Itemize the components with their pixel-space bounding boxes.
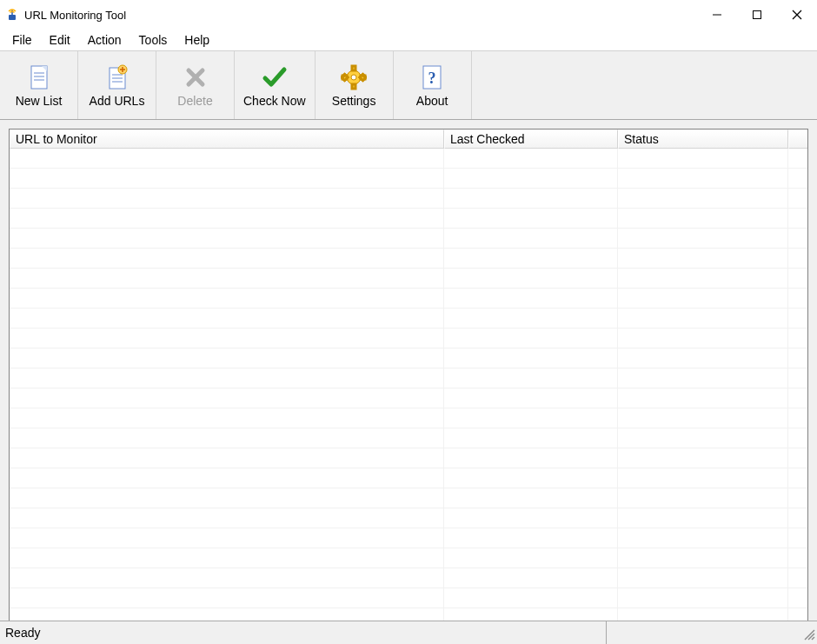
svg-rect-3 [754, 11, 761, 19]
menubar: File Edit Action Tools Help [0, 30, 817, 50]
titlebar: URL Monitoring Tool [0, 0, 817, 30]
add-urls-label: Add URLs [90, 94, 145, 108]
table-row [10, 428, 807, 448]
url-list-view[interactable]: URL to Monitor Last Checked Status [9, 129, 808, 623]
menu-edit[interactable]: Edit [41, 30, 79, 50]
minimize-button[interactable] [697, 0, 737, 30]
content-area: URL to Monitor Last Checked Status [0, 120, 817, 623]
settings-icon [341, 63, 367, 92]
svg-rect-0 [9, 15, 16, 20]
menu-help[interactable]: Help [176, 30, 218, 50]
table-row [10, 368, 807, 388]
close-button[interactable] [777, 0, 817, 30]
list-header: URL to Monitor Last Checked Status [10, 129, 807, 149]
check-now-label: Check Now [243, 94, 306, 108]
table-row [10, 408, 807, 428]
delete-icon [183, 63, 208, 92]
column-header-url[interactable]: URL to Monitor [10, 129, 444, 149]
new-list-label: New List [16, 94, 63, 108]
table-row [10, 568, 807, 588]
status-right-pane [607, 621, 817, 644]
table-row [10, 249, 807, 269]
toolbar: New List Add URLs [0, 50, 817, 120]
table-row [10, 468, 807, 488]
menu-file[interactable]: File [3, 30, 41, 50]
add-urls-button[interactable]: Add URLs [78, 51, 156, 119]
table-row [10, 329, 807, 349]
add-urls-icon [105, 63, 130, 92]
svg-rect-6 [31, 66, 47, 89]
table-row [10, 309, 807, 329]
table-row [10, 189, 807, 209]
table-row [10, 149, 807, 169]
svg-point-21 [351, 75, 356, 80]
menu-tools[interactable]: Tools [130, 30, 176, 50]
column-header-rest [788, 129, 807, 149]
table-row [10, 508, 807, 528]
settings-button[interactable]: Settings [316, 51, 394, 119]
maximize-button[interactable] [737, 0, 777, 30]
table-row [10, 488, 807, 508]
about-icon: ? [421, 63, 443, 92]
table-row [10, 269, 807, 289]
status-text: Ready [0, 621, 607, 644]
window-title: URL Monitoring Tool [24, 9, 126, 22]
table-row [10, 588, 807, 608]
svg-rect-22 [352, 66, 355, 70]
size-grip[interactable] [800, 625, 815, 641]
window-controls [697, 0, 817, 30]
app-icon [5, 8, 19, 22]
table-row [10, 349, 807, 368]
delete-label: Delete [177, 94, 212, 108]
svg-text:?: ? [428, 70, 436, 87]
column-header-last[interactable]: Last Checked [444, 129, 618, 149]
about-label: About [416, 94, 448, 108]
table-row [10, 209, 807, 229]
new-list-icon [27, 63, 51, 92]
list-body[interactable] [10, 149, 807, 622]
column-header-status[interactable]: Status [618, 129, 788, 149]
table-row [10, 169, 807, 189]
table-row [10, 448, 807, 468]
svg-rect-29 [342, 75, 348, 80]
delete-button: Delete [156, 51, 235, 119]
svg-line-34 [812, 637, 814, 640]
table-row [10, 548, 807, 568]
check-now-button[interactable]: Check Now [235, 51, 316, 119]
svg-rect-23 [352, 84, 355, 89]
table-row [10, 289, 807, 309]
about-button[interactable]: ? About [394, 51, 472, 119]
svg-rect-28 [360, 75, 365, 80]
new-list-button[interactable]: New List [0, 51, 78, 119]
table-row [10, 528, 807, 548]
statusbar: Ready [0, 621, 817, 644]
menu-action[interactable]: Action [79, 30, 130, 50]
table-row [10, 388, 807, 408]
settings-label: Settings [332, 94, 376, 108]
table-row [10, 229, 807, 249]
check-now-icon [262, 63, 288, 92]
